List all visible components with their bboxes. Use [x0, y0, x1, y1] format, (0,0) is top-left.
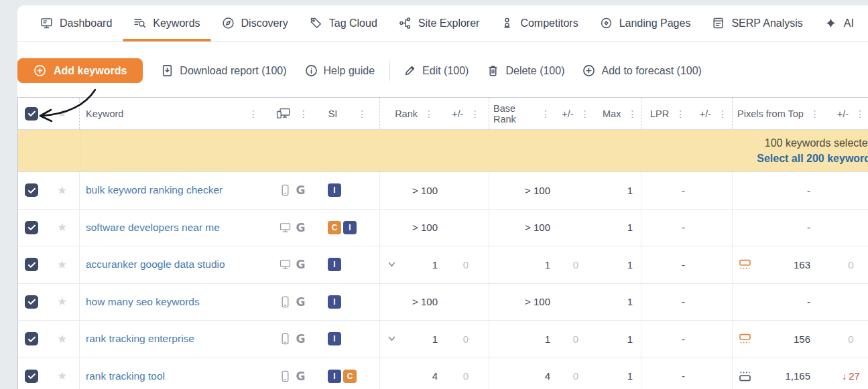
lpr-value: - — [682, 259, 685, 270]
down-arrow-icon: ↓ — [842, 371, 847, 382]
above-fold-icon — [739, 259, 751, 270]
star-icon[interactable]: ★ — [57, 185, 67, 196]
delete-button[interactable]: Delete (100) — [487, 64, 564, 77]
keyword-column-label: Keyword — [86, 108, 123, 119]
tag-cloud-icon — [310, 17, 322, 29]
column-menu-icon[interactable]: ⋮ — [249, 109, 258, 119]
lpr-value: - — [682, 185, 685, 196]
row-checkbox[interactable] — [25, 258, 38, 271]
google-icon: G — [296, 370, 306, 383]
tab-keywords[interactable]: Keywords — [123, 5, 210, 41]
column-menu-icon[interactable]: ⋮ — [627, 109, 637, 119]
column-menu-icon[interactable]: ⋮ — [855, 109, 865, 119]
tab-landing-pages[interactable]: Landing Pages — [589, 5, 702, 41]
max-value: 1 — [627, 185, 633, 196]
lpr-change-column-label: +/- — [700, 108, 711, 119]
tab-ai[interactable]: AI — [814, 5, 865, 41]
column-menu-icon[interactable]: ⋮ — [580, 109, 590, 119]
pixels-from-top-change: 27 — [849, 370, 860, 382]
keywords-icon — [133, 17, 146, 29]
base-rank-change-column-label: +/- — [562, 108, 573, 119]
intent-badge-i: I — [328, 183, 341, 197]
column-menu-icon[interactable]: ⋮ — [471, 109, 480, 119]
tab-competitors[interactable]: Competitors — [490, 5, 588, 41]
column-menu-icon[interactable]: ⋮ — [357, 109, 367, 119]
column-menu-icon[interactable]: ⋮ — [718, 109, 727, 119]
base-rank-change: 0 — [573, 259, 578, 270]
rank-value: > 100 — [412, 222, 438, 233]
rank-change: 0 — [463, 370, 469, 382]
pixels-from-top-value: 156 — [794, 333, 810, 345]
pixels-from-top-value: 1,165 — [785, 370, 810, 382]
rank-value: > 100 — [412, 185, 438, 196]
max-value: 1 — [627, 296, 633, 307]
table-row: ★software developers near meGCI> 100> 10… — [18, 210, 868, 247]
rank-change: 0 — [463, 259, 469, 270]
search-intent-badges: I — [316, 246, 380, 283]
intent-badge-i: I — [343, 221, 357, 234]
column-menu-icon[interactable]: ⋮ — [676, 109, 685, 119]
select-all-link[interactable]: Select all 200 keywords — [757, 151, 868, 166]
row-checkbox[interactable] — [25, 332, 38, 345]
tab-site-explorer[interactable]: Site Explorer — [388, 5, 491, 41]
add-to-forecast-button[interactable]: Add to forecast (100) — [582, 64, 701, 77]
expand-chevron-icon[interactable] — [388, 262, 395, 267]
site-explorer-icon — [399, 17, 412, 29]
pixels-from-top-value: - — [807, 296, 810, 307]
star-icon[interactable]: ★ — [57, 370, 67, 382]
rank-value: > 100 — [412, 296, 438, 307]
row-checkbox[interactable] — [25, 370, 38, 383]
column-menu-icon[interactable]: ⋮ — [299, 109, 308, 119]
tab-dashboard[interactable]: Dashboard — [29, 5, 123, 41]
keyword-link[interactable]: how many seo keywords — [86, 296, 200, 308]
table-row: ★rank tracking enterpriseGI10101-1560 — [18, 321, 868, 358]
table-row: ★accuranker google data studioGI10101-16… — [18, 246, 868, 284]
search-intent-badges: I — [316, 321, 380, 358]
desktop-icon — [280, 222, 291, 234]
lpr-column-label: LPR — [650, 108, 669, 119]
row-checkbox[interactable] — [25, 295, 38, 309]
below-fold-icon — [739, 371, 751, 382]
star-icon[interactable]: ★ — [57, 333, 67, 345]
star-icon[interactable]: ★ — [57, 259, 67, 270]
plus-circle-icon — [582, 64, 595, 77]
intent-badge-i: I — [328, 370, 341, 383]
download-file-icon — [161, 64, 174, 77]
google-icon: G — [296, 221, 306, 234]
star-icon[interactable]: ★ — [57, 222, 67, 233]
expand-chevron-icon[interactable] — [388, 336, 395, 341]
column-menu-icon[interactable]: ⋮ — [541, 109, 550, 119]
dashboard-icon — [40, 17, 53, 29]
toolbar: Add keywords Download report (100) Help … — [17, 42, 868, 97]
serp-analysis-icon — [712, 17, 725, 29]
max-value: 1 — [627, 370, 633, 382]
keyword-link[interactable]: software developers near me — [86, 222, 220, 234]
rank-value: 1 — [432, 333, 438, 345]
tab-discovery[interactable]: Discovery — [211, 5, 299, 41]
add-keywords-button[interactable]: Add keywords — [17, 58, 143, 83]
select-all-checkbox[interactable] — [25, 107, 38, 121]
star-icon[interactable]: ★ — [57, 296, 67, 307]
row-checkbox[interactable] — [25, 183, 38, 197]
tab-serp-analysis[interactable]: SERP Analysis — [701, 5, 813, 41]
competitors-icon — [501, 17, 513, 29]
devices-column-icon — [276, 107, 291, 120]
tab-tag-cloud[interactable]: Tag Cloud — [299, 5, 388, 41]
row-checkbox[interactable] — [25, 221, 38, 234]
toolbar-divider — [389, 61, 390, 81]
help-guide-button[interactable]: Help guide — [305, 64, 375, 77]
discovery-icon — [222, 17, 235, 29]
intent-badge-c: C — [343, 370, 357, 383]
edit-button[interactable]: Edit (100) — [404, 64, 469, 77]
google-icon: G — [296, 295, 306, 309]
keyword-link[interactable]: rank tracking enterprise — [86, 333, 194, 345]
keyword-link[interactable]: rank tracking tool — [86, 370, 165, 382]
column-menu-icon[interactable]: ⋮ — [424, 109, 434, 119]
rank-value: 1 — [432, 259, 438, 270]
column-menu-icon[interactable]: ⋮ — [810, 109, 820, 119]
keyword-link[interactable]: bulk keyword ranking checker — [86, 184, 223, 196]
plus-circle-icon — [34, 64, 46, 77]
keyword-link[interactable]: accuranker google data studio — [86, 258, 225, 270]
download-report-button[interactable]: Download report (100) — [161, 64, 286, 77]
lpr-value: - — [682, 333, 685, 345]
